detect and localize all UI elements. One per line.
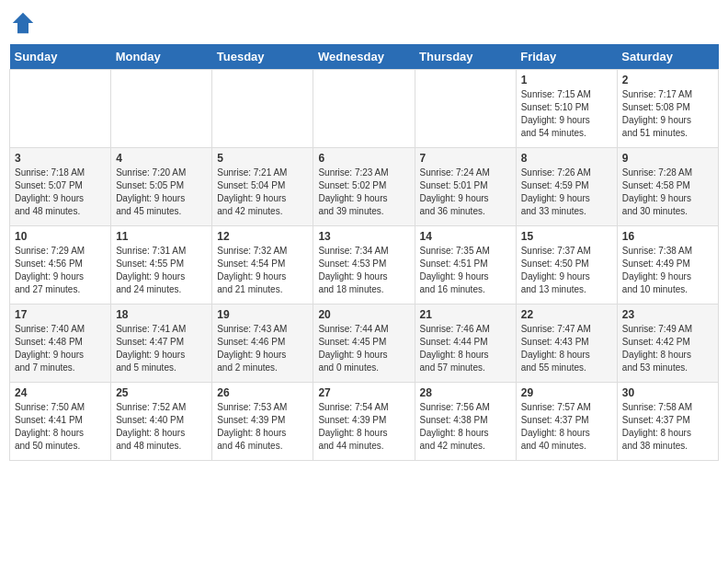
calendar-cell: 24Sunrise: 7:50 AM Sunset: 4:41 PM Dayli… [10, 383, 111, 461]
logo [9, 9, 40, 37]
day-number: 18 [116, 308, 207, 321]
day-info: Sunrise: 7:44 AM Sunset: 4:45 PM Dayligh… [318, 323, 409, 374]
day-number: 20 [318, 308, 409, 321]
calendar-cell: 29Sunrise: 7:57 AM Sunset: 4:37 PM Dayli… [516, 383, 617, 461]
day-info: Sunrise: 7:47 AM Sunset: 4:43 PM Dayligh… [521, 323, 612, 374]
day-number: 13 [318, 230, 409, 243]
column-header-wednesday: Wednesday [313, 44, 415, 70]
calendar-cell: 15Sunrise: 7:37 AM Sunset: 4:50 PM Dayli… [516, 226, 617, 304]
day-number: 10 [15, 230, 106, 243]
day-number: 22 [521, 308, 612, 321]
calendar-cell: 27Sunrise: 7:54 AM Sunset: 4:39 PM Dayli… [313, 383, 415, 461]
calendar-cell: 2Sunrise: 7:17 AM Sunset: 5:08 PM Daylig… [617, 70, 718, 148]
day-info: Sunrise: 7:41 AM Sunset: 4:47 PM Dayligh… [116, 323, 207, 374]
day-number: 29 [521, 386, 612, 399]
calendar-cell [111, 70, 212, 148]
column-header-monday: Monday [111, 44, 212, 70]
calendar-cell: 11Sunrise: 7:31 AM Sunset: 4:55 PM Dayli… [111, 226, 212, 304]
day-number: 9 [622, 152, 713, 165]
day-info: Sunrise: 7:53 AM Sunset: 4:39 PM Dayligh… [217, 401, 308, 453]
day-info: Sunrise: 7:54 AM Sunset: 4:39 PM Dayligh… [318, 401, 409, 453]
day-number: 23 [622, 308, 713, 321]
day-number: 6 [318, 152, 409, 165]
calendar-table: SundayMondayTuesdayWednesdayThursdayFrid… [9, 44, 719, 461]
week-row-5: 24Sunrise: 7:50 AM Sunset: 4:41 PM Dayli… [10, 383, 719, 461]
day-number: 30 [622, 386, 713, 399]
day-number: 21 [420, 308, 511, 321]
day-info: Sunrise: 7:24 AM Sunset: 5:01 PM Dayligh… [420, 167, 511, 218]
calendar-cell: 13Sunrise: 7:34 AM Sunset: 4:53 PM Dayli… [313, 226, 415, 304]
column-header-thursday: Thursday [415, 44, 516, 70]
day-number: 27 [318, 386, 409, 399]
day-number: 8 [521, 152, 612, 165]
day-info: Sunrise: 7:57 AM Sunset: 4:37 PM Dayligh… [521, 401, 612, 453]
day-info: Sunrise: 7:26 AM Sunset: 4:59 PM Dayligh… [521, 167, 612, 218]
calendar-cell [313, 70, 415, 148]
calendar-cell: 18Sunrise: 7:41 AM Sunset: 4:47 PM Dayli… [111, 304, 212, 383]
calendar-cell: 6Sunrise: 7:23 AM Sunset: 5:02 PM Daylig… [313, 148, 415, 226]
day-info: Sunrise: 7:52 AM Sunset: 4:40 PM Dayligh… [116, 401, 207, 453]
calendar-cell: 20Sunrise: 7:44 AM Sunset: 4:45 PM Dayli… [313, 304, 415, 383]
calendar-cell: 26Sunrise: 7:53 AM Sunset: 4:39 PM Dayli… [212, 383, 313, 461]
calendar-cell: 16Sunrise: 7:38 AM Sunset: 4:49 PM Dayli… [617, 226, 718, 304]
calendar-cell: 21Sunrise: 7:46 AM Sunset: 4:44 PM Dayli… [415, 304, 516, 383]
day-info: Sunrise: 7:15 AM Sunset: 5:10 PM Dayligh… [521, 88, 612, 140]
day-info: Sunrise: 7:37 AM Sunset: 4:50 PM Dayligh… [521, 245, 612, 296]
day-number: 3 [15, 152, 106, 165]
day-number: 2 [622, 74, 713, 86]
week-row-1: 1Sunrise: 7:15 AM Sunset: 5:10 PM Daylig… [10, 70, 719, 148]
day-info: Sunrise: 7:21 AM Sunset: 5:04 PM Dayligh… [217, 167, 308, 218]
day-number: 16 [622, 230, 713, 243]
day-info: Sunrise: 7:29 AM Sunset: 4:56 PM Dayligh… [15, 245, 106, 296]
column-header-friday: Friday [516, 44, 617, 70]
week-row-3: 10Sunrise: 7:29 AM Sunset: 4:56 PM Dayli… [10, 226, 719, 304]
calendar-cell: 10Sunrise: 7:29 AM Sunset: 4:56 PM Dayli… [10, 226, 111, 304]
calendar-cell: 28Sunrise: 7:56 AM Sunset: 4:38 PM Dayli… [415, 383, 516, 461]
day-info: Sunrise: 7:31 AM Sunset: 4:55 PM Dayligh… [116, 245, 207, 296]
calendar-cell: 12Sunrise: 7:32 AM Sunset: 4:54 PM Dayli… [212, 226, 313, 304]
column-header-tuesday: Tuesday [212, 44, 313, 70]
day-number: 28 [420, 386, 511, 399]
week-row-4: 17Sunrise: 7:40 AM Sunset: 4:48 PM Dayli… [10, 304, 719, 383]
calendar-cell: 3Sunrise: 7:18 AM Sunset: 5:07 PM Daylig… [10, 148, 111, 226]
column-header-saturday: Saturday [617, 44, 718, 70]
day-number: 26 [217, 386, 308, 399]
day-info: Sunrise: 7:40 AM Sunset: 4:48 PM Dayligh… [15, 323, 106, 374]
day-info: Sunrise: 7:32 AM Sunset: 4:54 PM Dayligh… [217, 245, 308, 296]
day-info: Sunrise: 7:58 AM Sunset: 4:37 PM Dayligh… [622, 401, 713, 453]
day-number: 12 [217, 230, 308, 243]
day-info: Sunrise: 7:56 AM Sunset: 4:38 PM Dayligh… [420, 401, 511, 453]
svg-marker-0 [13, 13, 34, 34]
day-info: Sunrise: 7:23 AM Sunset: 5:02 PM Dayligh… [318, 167, 409, 218]
calendar-cell: 1Sunrise: 7:15 AM Sunset: 5:10 PM Daylig… [516, 70, 617, 148]
day-number: 24 [15, 386, 106, 399]
calendar-header-row: SundayMondayTuesdayWednesdayThursdayFrid… [10, 44, 719, 70]
calendar-cell: 19Sunrise: 7:43 AM Sunset: 4:46 PM Dayli… [212, 304, 313, 383]
day-number: 11 [116, 230, 207, 243]
day-number: 15 [521, 230, 612, 243]
logo-icon [9, 9, 37, 37]
calendar-cell: 30Sunrise: 7:58 AM Sunset: 4:37 PM Dayli… [617, 383, 718, 461]
day-info: Sunrise: 7:46 AM Sunset: 4:44 PM Dayligh… [420, 323, 511, 374]
calendar-cell: 8Sunrise: 7:26 AM Sunset: 4:59 PM Daylig… [516, 148, 617, 226]
day-number: 19 [217, 308, 308, 321]
day-info: Sunrise: 7:50 AM Sunset: 4:41 PM Dayligh… [15, 401, 106, 453]
day-info: Sunrise: 7:18 AM Sunset: 5:07 PM Dayligh… [15, 167, 106, 218]
day-info: Sunrise: 7:38 AM Sunset: 4:49 PM Dayligh… [622, 245, 713, 296]
day-info: Sunrise: 7:35 AM Sunset: 4:51 PM Dayligh… [420, 245, 511, 296]
day-number: 25 [116, 386, 207, 399]
calendar-cell: 17Sunrise: 7:40 AM Sunset: 4:48 PM Dayli… [10, 304, 111, 383]
day-number: 4 [116, 152, 207, 165]
page-header [9, 9, 719, 37]
week-row-2: 3Sunrise: 7:18 AM Sunset: 5:07 PM Daylig… [10, 148, 719, 226]
calendar-cell [415, 70, 516, 148]
calendar-cell [10, 70, 111, 148]
day-info: Sunrise: 7:34 AM Sunset: 4:53 PM Dayligh… [318, 245, 409, 296]
calendar-cell: 9Sunrise: 7:28 AM Sunset: 4:58 PM Daylig… [617, 148, 718, 226]
column-header-sunday: Sunday [10, 44, 111, 70]
day-number: 1 [521, 74, 612, 86]
calendar-cell: 25Sunrise: 7:52 AM Sunset: 4:40 PM Dayli… [111, 383, 212, 461]
day-number: 7 [420, 152, 511, 165]
day-number: 17 [15, 308, 106, 321]
day-number: 14 [420, 230, 511, 243]
